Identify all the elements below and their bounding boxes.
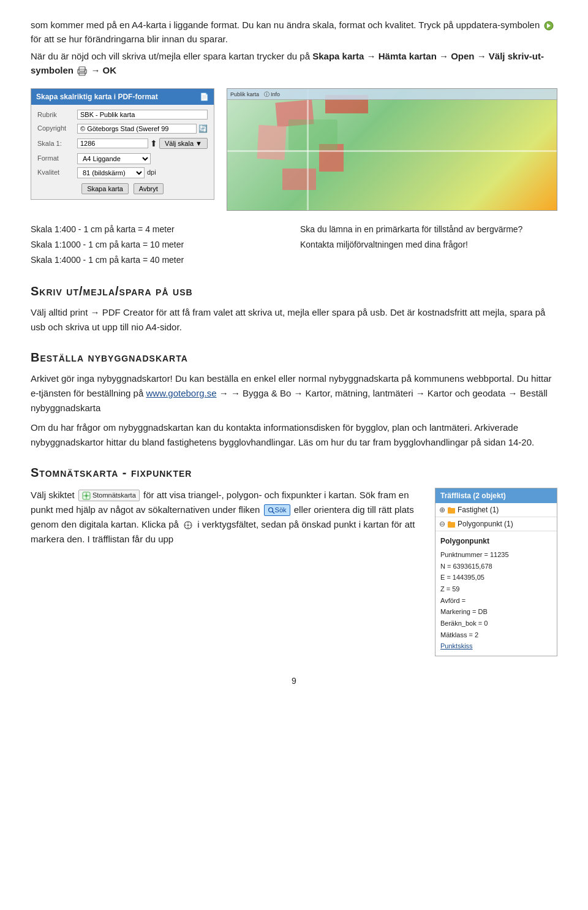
intro-para1: som kommer med på en A4-karta i liggande… <box>31 18 557 46</box>
dialog-row-kvalitet: Kvalitet 81 (bildskärm) dpi <box>37 167 208 178</box>
label-format: Format <box>37 153 77 164</box>
label-skala: Skala 1: <box>37 138 77 149</box>
bold-skapa: Skapa karta <box>312 51 364 61</box>
traffic-data-heading: Polygonpunkt <box>440 535 552 547</box>
expand-icon-fastighet: ⊕ <box>439 504 445 515</box>
intro-text2-start: När du är nöjd och vill skriva ut/mejla … <box>31 51 310 61</box>
expand-icon-polygon: ⊖ <box>439 518 445 529</box>
svg-point-11 <box>268 507 273 512</box>
intro-para2: När du är nöjd och vill skriva ut/mejla … <box>31 50 557 77</box>
svg-point-4 <box>84 70 85 72</box>
svg-point-6 <box>85 495 88 497</box>
section-heading-stomnat: Stomnätskarta - fixpunkter <box>31 463 557 482</box>
goteborg-link[interactable]: www.goteborg.se <box>146 388 216 398</box>
arrow4: → <box>91 65 102 75</box>
dialog-title-text: Skapa skalriktig karta i PDF-format <box>36 93 158 101</box>
data-e: E = 144395,05 <box>440 572 552 583</box>
scale-line-1: Skala 1:400 - 1 cm på karta = 4 meter <box>31 222 288 237</box>
section-nybygg-para1: Arkivet gör inga nybyggnadskartor! Du ka… <box>31 371 557 415</box>
folder-icon-fastighet <box>447 506 456 514</box>
scale-line-3: Skala 1:4000 - 1 cm på karta = 40 meter <box>31 252 288 268</box>
bottom-area: Välj skiktet Stomnätskarta för att visa … <box>31 488 557 657</box>
traffic-item-fastighet: ⊕ Fastighet (1) <box>435 503 557 517</box>
data-matklass: Mätklass = 2 <box>440 629 552 641</box>
label-rubrik: Rubrik <box>37 110 77 120</box>
sok-badge-label: Sök <box>275 505 287 516</box>
traffic-panel: Träfflista (2 objekt) ⊕ Fastighet (1) ⊖ … <box>435 488 557 657</box>
dialog-title: Skapa skalriktig karta i PDF-format 📄 <box>31 89 214 105</box>
section-heading-usb: Skriv ut/mejla/spara på usb <box>31 282 557 300</box>
update-icon <box>543 20 554 31</box>
sok-badge: Sök <box>264 504 290 517</box>
crosshair-icon <box>183 520 194 531</box>
dpi-label: dpi <box>147 167 156 178</box>
dialog-row-copyright: Copyright 🔄 <box>37 123 208 134</box>
data-z: Z = 59 <box>440 583 552 595</box>
avbryt-button[interactable]: Avbryt <box>134 183 164 194</box>
svg-rect-19 <box>448 508 455 514</box>
pdf-icon: 📄 <box>200 91 209 102</box>
stomnat-icon <box>82 491 91 500</box>
scale-box-right: Ska du lämna in en primärkarta för tills… <box>300 222 557 268</box>
stomnat-badge-label: Stomnätskarta <box>92 490 136 501</box>
printer-icon <box>77 66 87 76</box>
scale-line-2: Skala 1:1000 - 1 cm på karta = 10 meter <box>31 237 288 252</box>
punktskiss-link[interactable]: Punktskiss <box>440 640 552 652</box>
skapa-karta-button[interactable]: Skapa karta <box>81 183 129 194</box>
dialog-row-rubrik: Rubrik <box>37 110 208 120</box>
traffic-item-polygonpunkt: ⊖ Polygonpunkt (1) <box>435 517 557 531</box>
dialog-row-format: Format A4 Liggande <box>37 153 208 164</box>
intro-text1: som kommer med på en A4-karta i liggande… <box>31 20 540 30</box>
stomnat-text-start: Välj skiktet <box>31 490 75 500</box>
bold-open: Open <box>451 51 474 61</box>
traffic-title: Träfflista (2 objekt) <box>435 488 557 503</box>
svg-line-12 <box>272 511 274 514</box>
map-toolbar: Publik karta ⓘ Info <box>227 89 557 100</box>
nybygg-arrow: → <box>219 388 231 398</box>
arrow3: → <box>477 51 489 61</box>
data-punktnummer: Punktnummer = 11235 <box>440 549 552 561</box>
select-kvalitet[interactable]: 81 (bildskärm) <box>77 167 145 178</box>
input-copyright[interactable] <box>77 124 197 134</box>
scale-box-left: Skala 1:400 - 1 cm på karta = 4 meter Sk… <box>31 222 288 268</box>
bold-hamta: Hämta kartan <box>379 51 437 61</box>
scale-info-area: Skala 1:400 - 1 cm på karta = 4 meter Sk… <box>31 222 557 268</box>
dialog-row-skala: Skala 1: ⬆ Välj skala ▼ <box>37 137 208 150</box>
section-heading-nybygg: Beställa nybyggnadskarta <box>31 348 557 366</box>
map-thumbnail: Publik karta ⓘ Info <box>227 88 557 211</box>
select-format[interactable]: A4 Liggande <box>77 153 151 164</box>
bold-ok: OK <box>103 65 117 75</box>
intro-text1-end: för att se hur förändringarna blir innan… <box>31 34 228 44</box>
screenshot-area: Skapa skalriktig karta i PDF-format 📄 Ru… <box>31 88 557 211</box>
search-icon <box>268 507 275 514</box>
svg-rect-20 <box>448 522 455 528</box>
traffic-data: Polygonpunkt Punktnummer = 11235 N = 639… <box>435 531 557 656</box>
dialog-button-row: Skapa karta Avbryt <box>37 183 208 194</box>
svg-point-18 <box>187 524 189 526</box>
label-kvalitet: Kvalitet <box>37 167 77 178</box>
data-berakn: Beräkn_bok = 0 <box>440 618 552 629</box>
dialog-content: Rubrik Copyright 🔄 Skala 1: ⬆ Välj skala… <box>31 105 214 199</box>
valj-skala-button[interactable]: Välj skala ▼ <box>159 138 208 149</box>
page-number: 9 <box>31 675 557 688</box>
section-usb-para1: Välj alltid print → PDF Creator för att … <box>31 305 557 335</box>
input-skala[interactable] <box>77 138 148 148</box>
scale-right-text: Ska du lämna in en primärkarta för tills… <box>300 222 557 252</box>
input-rubrik[interactable] <box>77 110 208 119</box>
arrow2: → <box>439 51 451 61</box>
polygon-label: Polygonpunkt (1) <box>458 518 513 529</box>
arrow1: → <box>367 51 379 61</box>
bottom-text: Välj skiktet Stomnätskarta för att visa … <box>31 488 423 552</box>
copyright-icon: 🔄 <box>198 123 208 134</box>
stomnat-badge: Stomnätskarta <box>78 490 140 502</box>
section-nybygg-para2: Om du har frågor om nybyggnadskartan kan… <box>31 420 557 450</box>
data-n: N = 6393615,678 <box>440 561 552 572</box>
folder-icon-polygon <box>447 520 456 528</box>
fastighet-label: Fastighet (1) <box>458 504 499 515</box>
dialog-box: Skapa skalriktig karta i PDF-format 📄 Ru… <box>31 88 214 200</box>
skala-arrow-icon: ⬆ <box>150 137 157 150</box>
stomnat-para1: Välj skiktet Stomnätskarta för att visa … <box>31 488 423 547</box>
data-avford: Avförd = <box>440 595 552 607</box>
label-copyright: Copyright <box>37 123 77 134</box>
data-markering: Markering = DB <box>440 606 552 618</box>
